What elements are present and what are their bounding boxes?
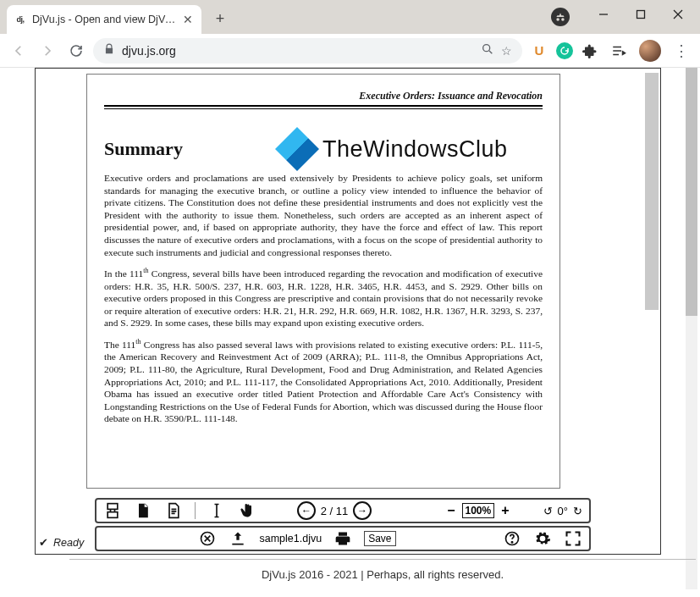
- rotation-value: 0°: [558, 505, 568, 517]
- zoom-controls: − 100% +: [447, 503, 509, 518]
- tab-close-icon[interactable]: ✕: [181, 13, 195, 26]
- cursor-text-select-icon[interactable]: [207, 501, 226, 520]
- window-maximize-icon[interactable]: [622, 2, 659, 27]
- cursor-hand-icon[interactable]: [238, 501, 256, 520]
- browser-titlebar: dj, DjVu.js - Open and view DjVu on ✕ +: [0, 0, 700, 34]
- fullscreen-icon[interactable]: [564, 529, 582, 548]
- extensions-puzzle-icon[interactable]: [578, 39, 602, 63]
- page-footer: DjVu.js 2016 - 2021 | Perhaps, all right…: [69, 559, 696, 581]
- prev-page-button[interactable]: ←: [297, 501, 316, 520]
- document-scrollbar-thumb[interactable]: [645, 73, 659, 310]
- window-minimize-icon[interactable]: [585, 2, 622, 27]
- rotation-controls: ↺ 0° ↻: [543, 505, 582, 517]
- page-content: Executive Orders: Issuance and Revocatio…: [0, 68, 700, 597]
- help-icon[interactable]: [503, 529, 521, 548]
- view-mode-text-icon[interactable]: [164, 501, 183, 520]
- close-file-icon[interactable]: [198, 529, 217, 548]
- window-close-icon[interactable]: [659, 2, 697, 27]
- svg-line-5: [489, 51, 492, 53]
- page-navigator: ← 2 / 11 →: [297, 501, 372, 520]
- svg-rect-1: [637, 11, 645, 19]
- footer-text: DjVu.js 2016 - 2021 | Perhaps, all right…: [262, 568, 504, 581]
- svg-point-10: [511, 542, 512, 543]
- tab-favicon: dj,: [14, 13, 27, 26]
- page-indicator[interactable]: 2 / 11: [319, 505, 350, 517]
- tab-title: DjVu.js - Open and view DjVu on: [32, 14, 176, 25]
- zoom-indicator-icon[interactable]: [481, 42, 494, 58]
- page-scrollbar-thumb[interactable]: [686, 68, 697, 316]
- status-text: Ready: [53, 537, 84, 549]
- svg-point-4: [483, 45, 490, 52]
- browser-tab[interactable]: dj, DjVu.js - Open and view DjVu on ✕: [7, 5, 201, 34]
- save-button[interactable]: Save: [364, 531, 395, 546]
- nav-reload-icon[interactable]: [64, 39, 88, 63]
- incognito-indicator-icon[interactable]: [551, 8, 570, 26]
- zoom-value[interactable]: 100%: [462, 503, 495, 518]
- nav-forward-icon[interactable]: [36, 39, 59, 63]
- rotate-cw-icon[interactable]: ↻: [573, 505, 582, 517]
- file-name-label: sample1.djvu: [259, 533, 322, 544]
- status-ready-icon: ✔: [39, 536, 48, 549]
- media-control-icon[interactable]: [607, 39, 631, 63]
- svg-rect-7: [107, 512, 118, 518]
- viewer-toolbar-secondary: sample1.djvu Save: [95, 526, 591, 551]
- zoom-out-button[interactable]: −: [447, 503, 455, 518]
- new-tab-button[interactable]: +: [208, 7, 232, 30]
- djvu-viewer: Executive Orders: Issuance and Revocatio…: [35, 68, 661, 555]
- profile-avatar[interactable]: [639, 40, 661, 62]
- watermark-logo-icon: [275, 127, 319, 171]
- view-mode-single-icon[interactable]: [134, 501, 152, 520]
- document-page[interactable]: Executive Orders: Issuance and Revocatio…: [86, 74, 560, 489]
- doc-paragraph: Executive orders and proclamations are u…: [104, 172, 543, 258]
- settings-gear-icon[interactable]: [533, 529, 552, 548]
- watermark-text: TheWindowsClub: [322, 136, 508, 163]
- bookmark-star-icon[interactable]: ☆: [501, 44, 512, 58]
- viewer-status: ✔ Ready: [39, 536, 84, 549]
- view-mode-continuous-icon[interactable]: [103, 501, 122, 520]
- nav-back-icon[interactable]: [7, 39, 30, 63]
- extension-u-icon[interactable]: U: [527, 39, 551, 63]
- viewer-toolbar-main: ← 2 / 11 → − 100% + ↺ 0° ↻: [95, 498, 591, 523]
- extension-grammarly-icon[interactable]: [556, 42, 573, 59]
- url-text: djvu.js.org: [122, 44, 474, 58]
- print-icon[interactable]: [333, 529, 352, 548]
- next-page-button[interactable]: →: [353, 501, 372, 520]
- rotate-ccw-icon[interactable]: ↺: [543, 505, 553, 517]
- watermark: TheWindowsClub: [275, 127, 508, 171]
- doc-paragraph: The 111th Congress has also passed sever…: [104, 338, 543, 425]
- lock-icon: [103, 43, 115, 58]
- upload-file-icon[interactable]: [229, 529, 247, 548]
- browser-menu-icon[interactable]: ⋮: [670, 39, 693, 63]
- zoom-in-button[interactable]: +: [501, 503, 509, 518]
- doc-running-header: Executive Orders: Issuance and Revocatio…: [104, 90, 543, 105]
- address-bar[interactable]: djvu.js.org ☆: [93, 38, 522, 64]
- doc-body: Executive orders and proclamations are u…: [104, 172, 543, 425]
- doc-paragraph: In the 111th Congress, several bills hav…: [104, 267, 543, 329]
- browser-toolbar: djvu.js.org ☆ U ⋮: [0, 34, 700, 68]
- svg-rect-6: [107, 504, 118, 510]
- window-controls: [585, 2, 697, 27]
